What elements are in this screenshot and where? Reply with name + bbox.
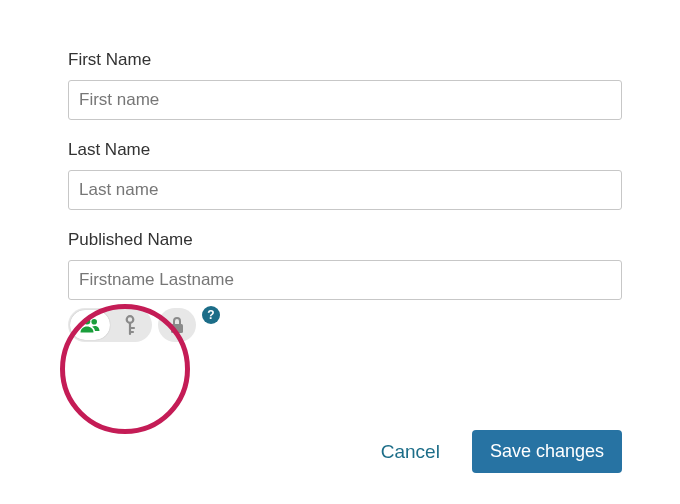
visibility-private-option[interactable] [160, 310, 194, 340]
save-button[interactable]: Save changes [472, 430, 622, 473]
published-name-input[interactable] [68, 260, 622, 300]
lock-icon [169, 316, 185, 334]
first-name-input[interactable] [68, 80, 622, 120]
visibility-private-pill [158, 308, 196, 342]
visibility-help-button[interactable]: ? [202, 306, 220, 324]
last-name-input[interactable] [68, 170, 622, 210]
people-icon [79, 317, 101, 333]
key-icon [120, 314, 140, 336]
visibility-trusted-option[interactable] [110, 310, 150, 340]
svg-point-2 [127, 316, 134, 323]
cancel-button[interactable]: Cancel [375, 440, 446, 464]
first-name-label: First Name [68, 50, 622, 70]
visibility-toggle [68, 308, 152, 342]
visibility-controls: ? [68, 308, 622, 342]
svg-rect-3 [171, 324, 183, 333]
last-name-label: Last Name [68, 140, 622, 160]
svg-point-0 [84, 318, 91, 325]
svg-point-1 [91, 319, 97, 325]
visibility-public-option[interactable] [70, 310, 110, 340]
published-name-label: Published Name [68, 230, 622, 250]
